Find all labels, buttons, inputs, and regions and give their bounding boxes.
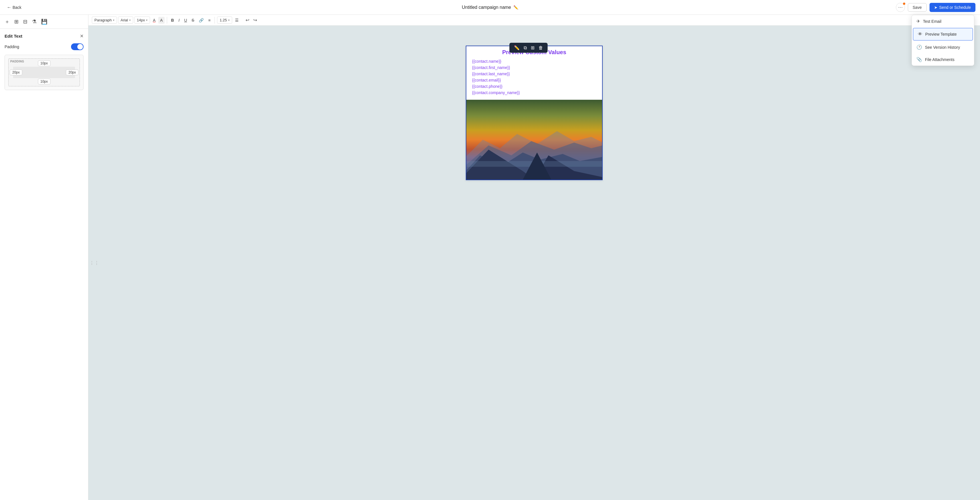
notification-dot (903, 3, 905, 5)
canvas-grip: ⋮⋮ (88, 258, 100, 268)
italic-button[interactable]: I (177, 17, 181, 24)
font-select[interactable]: Arial ▾ (118, 16, 133, 24)
line-height-value: 1.25 (220, 18, 227, 22)
more-dots-icon: ⋯ (898, 5, 903, 10)
format-toolbar: Paragraph ▾ Arial ▾ 14px ▾ A A B I U S 🔗… (88, 15, 980, 25)
line-height-arrow-icon: ▾ (228, 19, 230, 22)
block-duplicate-button[interactable]: ⧉ (522, 45, 528, 51)
sidebar-panel: Edit Text ✕ Padding PADDING 10px 20px 20… (0, 29, 88, 95)
paragraph-select[interactable]: Paragraph ▾ (92, 16, 117, 24)
padding-box-label: PADDING (10, 60, 24, 63)
link-button[interactable]: 🔗 (197, 17, 205, 24)
more-options-button[interactable]: ⋯ (896, 3, 905, 12)
back-button[interactable]: ← Back (5, 4, 24, 11)
contact-var-company: {{contact.company_name}} (472, 90, 597, 95)
mountain-svg (466, 100, 602, 179)
contact-var-phone: {{contact.phone}} (472, 84, 597, 89)
list-button[interactable]: ☰ (233, 17, 240, 24)
contact-var-name: {{contact.name}} (472, 59, 597, 63)
padding-toggle-row: Padding (5, 43, 84, 50)
preview-template-item[interactable]: 👁 Preview Template (913, 28, 973, 40)
align-button[interactable]: ≡ (207, 17, 212, 24)
padding-box-wrapper: PADDING 10px 20px 20px 10px (5, 55, 84, 90)
close-panel-button[interactable]: ✕ (80, 33, 84, 39)
bold-button[interactable]: B (169, 17, 176, 24)
version-history-icon: 🕐 (916, 44, 922, 50)
undo-redo-group: ↩ ↪ (244, 17, 259, 23)
font-size-select[interactable]: 14px ▾ (134, 16, 150, 24)
text-block: Preview Custom Values {{contact.name}} {… (466, 46, 602, 100)
paragraph-arrow-icon: ▾ (113, 19, 115, 22)
underline-button[interactable]: U (183, 17, 189, 24)
save-button[interactable]: Save (908, 3, 927, 12)
back-label: Back (13, 5, 21, 10)
main-layout: ＋ ⊞ ⊟ ⚗ 💾 Edit Text ✕ Padding PADDING 10… (0, 15, 980, 500)
font-size-arrow-icon: ▾ (146, 19, 148, 22)
save-template-icon[interactable]: 💾 (41, 19, 47, 25)
padding-bottom-value[interactable]: 10px (38, 79, 50, 84)
header-right: ⋯ Save ➤ Send or Schedule (896, 3, 975, 12)
campaign-title: Untitled campaign name (462, 5, 511, 10)
canvas-scroll[interactable]: ✏️ ⧉ ⊞ 🗑 Preview Custom Values {{contact… (88, 25, 980, 500)
panel-title: Edit Text (5, 33, 22, 38)
send-label: Send or Schedule (939, 5, 971, 10)
header: ← Back Untitled campaign name ✏️ ⋯ Save … (0, 0, 980, 15)
email-card: Preview Custom Values {{contact.name}} {… (466, 46, 603, 180)
send-icon: ➤ (934, 5, 937, 10)
padding-label: Padding (5, 44, 19, 49)
see-version-history-label: See Version History (925, 45, 960, 49)
send-or-schedule-button[interactable]: ➤ Send or Schedule (929, 3, 975, 12)
edit-pencil-icon[interactable]: ✏️ (513, 5, 518, 10)
redo-button[interactable]: ↪ (251, 17, 259, 23)
image-block (466, 100, 602, 179)
block-delete-button[interactable]: 🗑 (537, 45, 545, 51)
format-divider-2 (215, 17, 215, 24)
test-email-label: Test Email (923, 19, 942, 24)
paragraph-label: Paragraph (94, 18, 112, 22)
block-toolbar: ✏️ ⧉ ⊞ 🗑 (509, 43, 547, 53)
undo-button[interactable]: ↩ (244, 17, 251, 23)
panel-header: Edit Text ✕ (5, 33, 84, 39)
header-center: Untitled campaign name ✏️ (462, 5, 518, 10)
test-email-icon: ✈ (916, 19, 920, 24)
sidebar-toolbar: ＋ ⊞ ⊟ ⚗ 💾 (0, 15, 88, 29)
highlight-button[interactable]: A (158, 17, 164, 24)
back-arrow-icon: ← (7, 5, 11, 10)
padding-toggle[interactable] (71, 43, 84, 50)
block-edit-button[interactable]: ✏️ (512, 44, 521, 51)
strikethrough-button[interactable]: S (190, 17, 196, 24)
padding-left-value[interactable]: 20px (10, 70, 22, 75)
canvas-area: Paragraph ▾ Arial ▾ 14px ▾ A A B I U S 🔗… (88, 15, 980, 500)
add-icon[interactable]: ＋ (5, 18, 10, 25)
filter-icon[interactable]: ⊟ (23, 19, 27, 25)
padding-box: PADDING 10px 20px 20px 10px (8, 59, 80, 86)
flask-icon[interactable]: ⚗ (32, 19, 37, 25)
font-arrow-icon: ▾ (129, 19, 130, 22)
file-attachments-item[interactable]: 📎 File Attachments (912, 53, 974, 65)
font-label: Arial (121, 18, 128, 22)
block-save-button[interactable]: ⊞ (529, 44, 536, 51)
left-sidebar: ＋ ⊞ ⊟ ⚗ 💾 Edit Text ✕ Padding PADDING 10… (0, 15, 88, 500)
text-color-button[interactable]: A (151, 17, 157, 24)
contact-vars-list: {{contact.name}} {{contact.first_name}} … (472, 59, 597, 95)
file-attachments-icon: 📎 (916, 57, 922, 62)
see-version-history-item[interactable]: 🕐 See Version History (912, 41, 974, 53)
grip-icon: ⋮⋮ (89, 260, 99, 266)
font-size-label: 14px (137, 18, 145, 22)
header-left: ← Back (5, 4, 24, 11)
preview-template-label: Preview Template (925, 32, 957, 37)
contact-var-email: {{contact.email}} (472, 78, 597, 83)
padding-right-value[interactable]: 20px (66, 70, 78, 75)
dropdown-menu: ✈ Test Email 👁 Preview Template 🕐 See Ve… (912, 15, 974, 66)
contact-var-last-name: {{contact.last_name}} (472, 71, 597, 76)
padding-top-value[interactable]: 10px (38, 60, 50, 66)
test-email-item[interactable]: ✈ Test Email (912, 15, 974, 27)
file-attachments-label: File Attachments (925, 57, 955, 62)
preview-template-icon: 👁 (918, 32, 923, 37)
contact-var-first-name: {{contact.first_name}} (472, 65, 597, 70)
layers-icon[interactable]: ⊞ (14, 19, 19, 25)
line-height-select[interactable]: 1.25 ▾ (217, 16, 232, 24)
